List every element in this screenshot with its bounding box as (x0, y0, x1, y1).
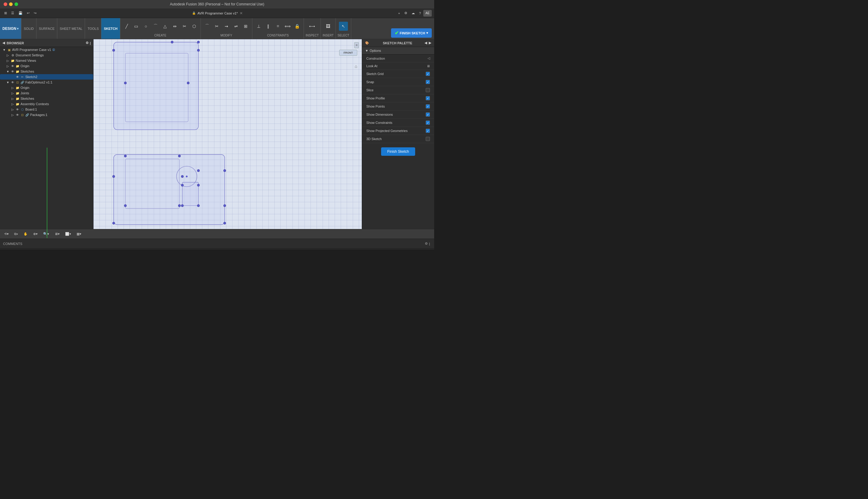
slice-checkbox[interactable] (426, 88, 430, 92)
close-button[interactable] (4, 2, 7, 6)
show-dimensions-checkbox[interactable]: ✓ (426, 112, 430, 117)
view-cube-front[interactable]: FRONT (339, 50, 357, 56)
snap-tool-btn[interactable]: ⟲▾ (2, 231, 11, 236)
sketch-tab[interactable]: SKETCH (101, 18, 120, 39)
tree-item-doc-settings[interactable]: ▷ ⚙ Document Settings (0, 52, 93, 58)
cloud-btn[interactable]: ☁ (410, 10, 417, 16)
create-label[interactable]: CREATE (154, 33, 166, 38)
palette-row-show-projected[interactable]: Show Projected Geometries ✓ (362, 127, 434, 135)
scale-tool[interactable]: ⊞ (241, 22, 250, 31)
sheet-metal-tab[interactable]: SHEET METAL (57, 18, 85, 39)
tree-item-sketches2[interactable]: ▷ 📁 Sketches (0, 96, 93, 101)
offset-tool[interactable]: ⇔ (170, 22, 179, 31)
arc-tool[interactable]: ⌒ (151, 22, 160, 31)
help-btn[interactable]: ? (417, 11, 423, 16)
view-settings-btn[interactable]: 🖥▾ (53, 231, 61, 236)
palette-collapse-icon[interactable]: ◀ (424, 41, 427, 45)
browser-settings-icon[interactable]: ⚙ (86, 41, 89, 45)
settings-btn[interactable]: ⚙ (402, 10, 409, 16)
close-tab-icon[interactable]: ✕ (240, 11, 243, 15)
inspect-label[interactable]: INSPECT (306, 33, 319, 38)
palette-row-show-points[interactable]: Show Points ✓ (362, 102, 434, 111)
tree-item-origin[interactable]: ▷ 👁 📁 Origin (0, 63, 93, 69)
palette-row-slice[interactable]: Slice (362, 86, 434, 94)
undo-btn[interactable]: ↩ (25, 10, 31, 16)
fillet-tool[interactable]: ⌒ (203, 22, 212, 31)
measure-tool[interactable]: ⟷ (308, 22, 316, 31)
user-avatar[interactable]: AE (423, 10, 432, 16)
fix-tool[interactable]: 🔒 (293, 22, 302, 31)
save-btn[interactable]: 💾 (16, 10, 24, 16)
tree-item-origin2[interactable]: ▷ 📁 Origin (0, 85, 93, 90)
palette-row-3d-sketch[interactable]: 3D Sketch (362, 135, 434, 143)
sketch-grid-checkbox[interactable]: ✓ (426, 72, 430, 76)
view-home-icon[interactable]: ⌂ (355, 64, 357, 69)
palette-row-show-profile[interactable]: Show Profile ✓ (362, 94, 434, 102)
circle-tool[interactable]: ○ (141, 22, 150, 31)
rect-tool[interactable]: ▭ (132, 22, 141, 31)
minimize-button[interactable] (9, 2, 13, 6)
file-tab[interactable]: AVR Programmer Case v1* (197, 11, 238, 15)
tree-item-sketch2[interactable]: 👁 ✏ Sketch2 (0, 74, 93, 80)
snap-checkbox[interactable]: ✓ (426, 80, 430, 84)
app-menu-btn[interactable]: ☰ (9, 10, 16, 16)
zoom-fit-btn[interactable]: ⊕▾ (31, 231, 39, 236)
look-at-icon[interactable]: 🖥 (426, 64, 430, 68)
line-tool[interactable]: ╱ (122, 22, 131, 31)
show-constraints-checkbox[interactable]: ✓ (426, 121, 430, 125)
palette-row-snap[interactable]: Snap ✓ (362, 78, 434, 86)
insert-label[interactable]: INSERT (323, 33, 334, 38)
constraints-label[interactable]: CONSTRAINTS (267, 33, 289, 38)
tree-item-joints[interactable]: ▷ 📁 Joints (0, 90, 93, 96)
options-section-title[interactable]: ▼ Options (362, 47, 434, 54)
modify-label[interactable]: MODIFY (220, 33, 232, 38)
view-cube[interactable]: FRONT ⊞ (338, 42, 359, 63)
trim2-tool[interactable]: ✂ (212, 22, 221, 31)
mirror-tool[interactable]: ⇌ (231, 22, 241, 31)
polygon-tool[interactable]: △ (161, 22, 170, 31)
comments-settings-icon[interactable]: ⚙ (425, 242, 428, 246)
show-points-checkbox[interactable]: ✓ (426, 104, 430, 109)
palette-row-show-dimensions[interactable]: Show Dimensions ✓ (362, 111, 434, 119)
select-label[interactable]: SELECT (338, 33, 349, 38)
select-tool[interactable]: ↖ (339, 22, 348, 31)
tree-item-assembly[interactable]: ▷ 📁 Assembly Contexts (0, 101, 93, 107)
construction-arrow-icon[interactable]: ◁ (427, 56, 430, 60)
tree-item-board[interactable]: ▷ 👁 ⬡ Board:1 (0, 107, 93, 112)
surface-tab[interactable]: SURFACE (36, 18, 57, 39)
tree-item-root[interactable]: ▼ ▣ AVR Programmer Case v1 ⦿ (0, 47, 93, 52)
tree-item-packages[interactable]: ▷ 👁 ⊡ 🔗 Packages:1 (0, 112, 93, 118)
grid-view-btn[interactable]: ▦▾ (75, 231, 83, 236)
palette-expand-icon[interactable]: ▶ (429, 41, 431, 45)
finish-sketch-palette-button[interactable]: Finish Sketch (381, 147, 415, 156)
redo-btn[interactable]: ↪ (32, 10, 38, 16)
tools-tab[interactable]: TOOLS (85, 18, 101, 39)
grid-icon-btn[interactable]: ⊞ (2, 10, 9, 16)
view-cube-corner[interactable]: ⊞ (354, 42, 359, 48)
extend-tool[interactable]: ⇝ (222, 22, 231, 31)
coincident-tool[interactable]: ⊥ (254, 22, 263, 31)
palette-row-look-at[interactable]: Look At 🖥 (362, 62, 434, 70)
insert-image-tool[interactable]: 🖼 (324, 22, 333, 31)
palette-row-sketch-grid[interactable]: Sketch Grid ✓ (362, 70, 434, 78)
equal-tool[interactable]: = (274, 22, 282, 31)
tree-item-faboptimus[interactable]: ▼ 👁 ⊡ 🔗 FabOptimus2 v1:1 (0, 80, 93, 85)
solid-tab[interactable]: SOLID (21, 18, 36, 39)
3d-sketch-checkbox[interactable] (426, 137, 430, 141)
environment-btn[interactable]: ⬜▾ (63, 231, 73, 236)
canvas[interactable]: FRONT ⊞ ⌂ (94, 39, 362, 229)
window-controls[interactable] (4, 2, 18, 6)
show-projected-checkbox[interactable]: ✓ (426, 129, 430, 133)
palette-row-construction[interactable]: Construction ◁ (362, 54, 434, 62)
pan-btn[interactable]: ✋ (22, 231, 29, 236)
parallel-tool[interactable]: ⟺ (283, 22, 292, 31)
project-tool[interactable]: ⬡ (190, 22, 199, 31)
maximize-button[interactable] (14, 2, 18, 6)
collinear-tool[interactable]: ∥ (264, 22, 273, 31)
show-profile-checkbox[interactable]: ✓ (426, 96, 430, 100)
palette-row-show-constraints[interactable]: Show Constraints ✓ (362, 119, 434, 127)
finish-sketch-button[interactable]: ✔ FINISH SKETCH ▾ (391, 28, 432, 38)
tree-item-named-views[interactable]: ▷ 📁 Named Views (0, 58, 93, 63)
tree-item-sketches[interactable]: ▼ 👁 📁 Sketches (0, 69, 93, 74)
browser-collapse-icon[interactable]: ◀ (2, 41, 5, 45)
